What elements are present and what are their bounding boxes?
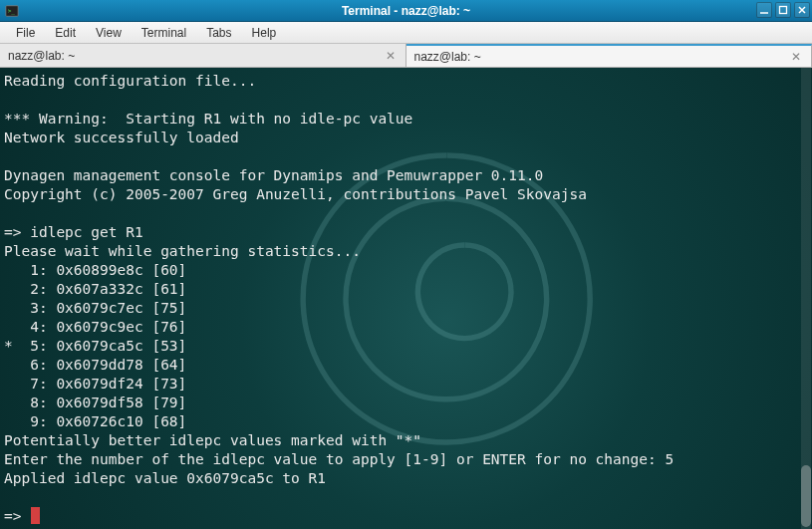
window-titlebar: >_ Terminal - nazz@lab: ~: [0, 0, 812, 22]
close-icon: ✕: [386, 49, 396, 63]
tab-0[interactable]: nazz@lab: ~ ✕: [0, 44, 406, 67]
terminal-viewport[interactable]: Reading configuration file... *** Warnin…: [0, 68, 812, 529]
minimize-button[interactable]: [756, 2, 772, 18]
scrollbar-thumb[interactable]: [801, 465, 811, 527]
close-button[interactable]: [794, 2, 810, 18]
terminal-output: Reading configuration file... *** Warnin…: [4, 72, 808, 526]
terminal-app-icon: >_: [4, 3, 20, 19]
window-controls: [756, 2, 810, 18]
menu-help[interactable]: Help: [242, 24, 287, 42]
menu-terminal[interactable]: Terminal: [132, 24, 196, 42]
menu-tabs[interactable]: Tabs: [196, 24, 241, 42]
svg-rect-3: [780, 7, 787, 14]
maximize-button[interactable]: [775, 2, 791, 18]
window-title: Terminal - nazz@lab: ~: [342, 4, 470, 18]
tab-close-button[interactable]: ✕: [384, 49, 398, 63]
scrollbar-vertical[interactable]: [801, 68, 811, 529]
tab-1[interactable]: nazz@lab: ~ ✕: [406, 44, 813, 67]
menu-edit[interactable]: Edit: [45, 24, 86, 42]
menu-view[interactable]: View: [86, 24, 132, 42]
svg-text:>_: >_: [8, 7, 16, 15]
menu-file[interactable]: File: [6, 24, 45, 42]
close-icon: [797, 5, 807, 15]
close-icon: ✕: [791, 50, 801, 64]
tab-close-button[interactable]: ✕: [789, 50, 803, 64]
menubar: File Edit View Terminal Tabs Help: [0, 22, 812, 44]
tabbar: nazz@lab: ~ ✕ nazz@lab: ~ ✕: [0, 44, 812, 68]
tab-label: nazz@lab: ~: [414, 50, 481, 64]
maximize-icon: [778, 5, 788, 15]
terminal-cursor: [31, 507, 40, 524]
tab-label: nazz@lab: ~: [8, 49, 75, 63]
minimize-icon: [759, 5, 769, 15]
